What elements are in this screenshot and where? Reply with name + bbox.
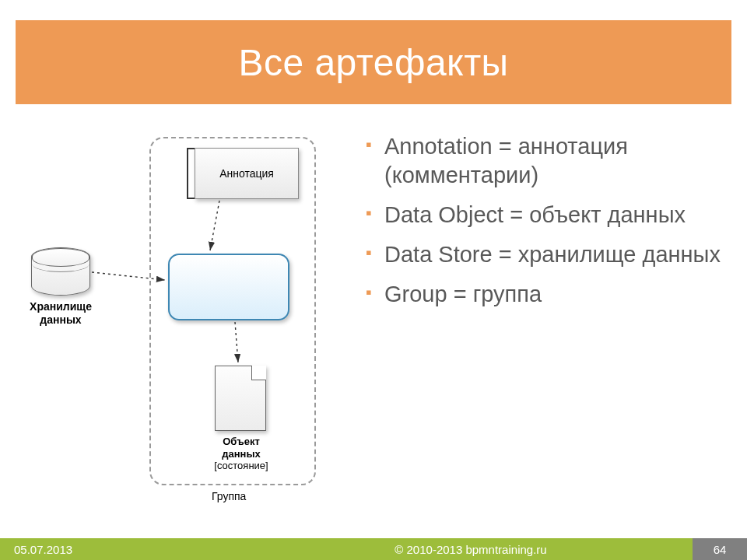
diagram-column: Группа Хранилище данных Аннотация Объект… [16,117,358,529]
group-label: Группа [212,490,246,502]
text-column: Annotation = аннотация (комментарии) Dat… [358,117,731,529]
annotation-box: Аннотация [195,148,299,199]
annotation-bracket-icon [187,148,195,199]
title-band: Все артефакты [16,20,731,104]
bullet-list: Annotation = аннотация (комментарии) Dat… [366,132,731,310]
data-object-label: Объект данных [состояние] [202,436,280,472]
footer-date: 05.07.2013 [0,543,249,556]
data-store-label: Хранилище данных [20,300,101,327]
footer-copyright: © 2010-2013 bpmntraining.ru [249,543,693,556]
data-object-icon [215,366,266,431]
content-area: Группа Хранилище данных Аннотация Объект… [16,117,731,529]
list-item: Annotation = аннотация (комментарии) [366,132,731,190]
data-store-icon [31,247,90,296]
footer-page-number: 64 [693,538,747,560]
data-object-label-state: [состояние] [214,460,268,471]
list-item: Data Object = объект данных [366,201,731,229]
footer-bar: 05.07.2013 © 2010-2013 bpmntraining.ru 6… [0,538,747,560]
slide: Все артефакты Группа Хранилище данных Ан… [0,0,747,560]
bpmn-diagram: Группа Хранилище данных Аннотация Объект… [16,117,358,529]
list-item: Data Store = хранилище данных [366,240,731,269]
task-box [168,254,289,320]
list-item: Group = группа [366,280,731,309]
slide-title: Все артефакты [238,41,508,84]
data-object-label-bold: Объект данных [202,436,280,460]
